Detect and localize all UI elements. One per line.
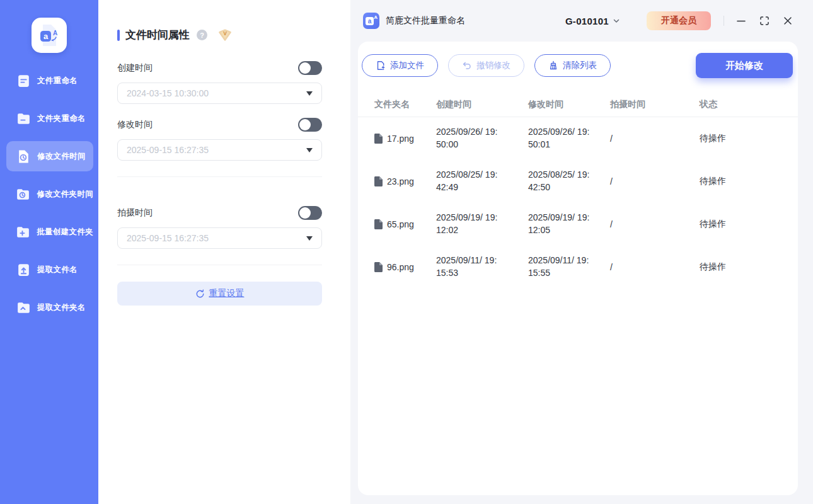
col-header-folder-name: 文件夹名	[374, 99, 436, 110]
start-modify-button[interactable]: 开始修改	[696, 53, 793, 78]
folder-create-icon	[15, 224, 31, 240]
modified-time-cell: 2025/09/19/ 19:12:05	[528, 212, 610, 236]
shoot-time-toggle[interactable]	[298, 206, 322, 220]
file-table-body: 17.png2025/09/26/ 19:50:002025/09/26/ 19…	[358, 117, 798, 289]
created-time-cell: 2025/08/25/ 19:42:49	[436, 169, 528, 193]
col-header-status: 状态	[700, 99, 798, 110]
sidebar-item-label: 文件重命名	[37, 76, 78, 86]
sidebar-item-7[interactable]: 提取文件夹名	[6, 292, 93, 323]
created-time-cell: 2025/09/26/ 19:50:00	[436, 126, 528, 151]
folder-rename-icon	[15, 110, 32, 127]
toggle-knob	[299, 119, 311, 130]
status-cell: 待操作	[700, 133, 798, 144]
broom-icon	[548, 60, 558, 71]
create-time-label: 创建时间	[117, 62, 153, 74]
create-time-toggle[interactable]	[298, 61, 322, 75]
caret-down-icon	[306, 148, 313, 152]
sidebar-item-1[interactable]: 文件重命名	[6, 66, 93, 96]
file-name-cell: 17.png	[374, 134, 436, 144]
extract-foldername-icon	[15, 299, 32, 316]
file-icon	[374, 176, 383, 186]
sidebar-item-5[interactable]: 批量创建文件夹	[6, 217, 93, 247]
modify-time-toggle[interactable]	[298, 118, 322, 132]
app-logo-icon: a A	[32, 18, 67, 53]
app-icon: aA	[363, 13, 379, 29]
sidebar-item-label: 修改文件时间	[37, 151, 86, 162]
sidebar-nav: 文件重命名文件夹重命名修改文件时间修改文件夹时间批量创建文件夹提取文件名提取文件…	[0, 66, 98, 330]
extract-filename-icon	[15, 261, 32, 278]
shoot-time-select[interactable]: 2025-09-15 16:27:35	[117, 227, 322, 249]
sidebar-item-label: 批量创建文件夹	[37, 227, 93, 238]
reset-settings-button[interactable]: 重置设置	[117, 282, 322, 306]
col-header-modified: 修改时间	[528, 99, 610, 110]
shoot-time-row: 拍摄时间	[117, 206, 322, 220]
svg-text:a: a	[43, 32, 49, 41]
sidebar-item-label: 修改文件夹时间	[37, 189, 93, 200]
shoot-time-value: 2025-09-15 16:27:35	[127, 233, 209, 243]
help-icon[interactable]: ?	[197, 30, 207, 40]
maximize-button[interactable]	[758, 14, 771, 27]
toolbar: 添加文件 撤销修改	[358, 53, 798, 78]
sidebar-item-6[interactable]: 提取文件名	[6, 255, 93, 285]
undo-label: 撤销修改	[476, 60, 510, 71]
shot-time-cell: /	[610, 262, 700, 272]
file-list-card: 添加文件 撤销修改	[358, 42, 798, 495]
file-name-cell: 23.png	[374, 176, 436, 186]
svg-text:A: A	[53, 30, 57, 37]
table-row[interactable]: 65.png2025/09/19/ 19:12:022025/09/19/ 19…	[358, 203, 798, 246]
refresh-icon	[195, 289, 205, 299]
shot-time-cell: /	[610, 176, 700, 186]
settings-title-row: 文件时间属性 ? V	[117, 28, 322, 42]
add-file-icon	[376, 60, 386, 71]
reset-settings-label: 重置设置	[209, 288, 245, 299]
title-accent-bar	[117, 30, 120, 41]
sidebar-item-label: 提取文件名	[37, 265, 78, 275]
shot-time-cell: /	[610, 219, 700, 229]
table-row[interactable]: 23.png2025/08/25/ 19:42:492025/08/25/ 19…	[358, 160, 798, 203]
chevron-down-icon	[613, 17, 620, 25]
created-time-cell: 2025/09/11/ 19:15:53	[436, 255, 528, 279]
modified-time-cell: 2025/09/11/ 19:15:55	[528, 255, 610, 279]
file-name: 23.png	[387, 176, 414, 186]
caret-down-icon	[306, 91, 313, 96]
vip-badge-icon: V	[218, 29, 232, 41]
open-membership-button[interactable]: 开通会员	[647, 11, 711, 30]
license-code-dropdown[interactable]: G-010101	[565, 16, 620, 26]
status-cell: 待操作	[700, 261, 798, 273]
add-files-button[interactable]: 添加文件	[362, 54, 438, 77]
clear-list-button[interactable]: 清除列表	[534, 54, 611, 77]
sidebar-item-4[interactable]: 修改文件夹时间	[6, 179, 93, 209]
create-time-row: 创建时间	[117, 61, 322, 75]
status-cell: 待操作	[700, 176, 798, 187]
col-header-shot-time: 拍摄时间	[610, 99, 700, 110]
minimize-button[interactable]	[735, 14, 747, 27]
modify-time-select[interactable]: 2025-09-15 16:27:35	[117, 139, 322, 161]
undo-button[interactable]: 撤销修改	[448, 54, 524, 77]
created-time-cell: 2025/09/19/ 19:12:02	[436, 212, 528, 236]
table-row[interactable]: 96.png2025/09/11/ 19:15:532025/09/11/ 19…	[358, 246, 798, 289]
divider	[117, 265, 322, 265]
file-name-cell: 96.png	[374, 262, 436, 272]
file-icon	[374, 262, 383, 272]
create-time-value: 2024-03-15 10:30:00	[127, 88, 209, 98]
add-files-label: 添加文件	[390, 60, 424, 71]
close-button[interactable]	[781, 14, 794, 27]
app-window: a A 文件重命名文件夹重命名修改文件时间修改文件夹时间批量创建文件夹提取文件名…	[0, 0, 813, 504]
logo-wrap: a A	[0, 0, 98, 53]
titlebar-divider	[724, 16, 724, 26]
modified-time-cell: 2025/08/25/ 19:42:50	[528, 169, 610, 193]
file-time-icon	[15, 148, 32, 164]
sidebar-item-3[interactable]: 修改文件时间	[6, 141, 93, 171]
table-row[interactable]: 17.png2025/09/26/ 19:50:002025/09/26/ 19…	[358, 117, 798, 160]
toggle-knob	[299, 207, 311, 219]
create-time-select[interactable]: 2024-03-15 10:30:00	[117, 83, 322, 104]
sidebar-item-2[interactable]: 文件夹重命名	[6, 103, 93, 134]
shoot-time-label: 拍摄时间	[117, 207, 153, 219]
titlebar-right-group: G-010101 开通会员	[565, 11, 794, 30]
modify-time-label: 修改时间	[117, 119, 153, 130]
shot-time-cell: /	[610, 134, 700, 144]
titlebar: aA 简鹿文件批量重命名 G-010101 开通会员	[350, 0, 813, 42]
caret-down-icon	[306, 236, 313, 241]
svg-text:V: V	[223, 30, 227, 37]
status-cell: 待操作	[700, 219, 798, 230]
